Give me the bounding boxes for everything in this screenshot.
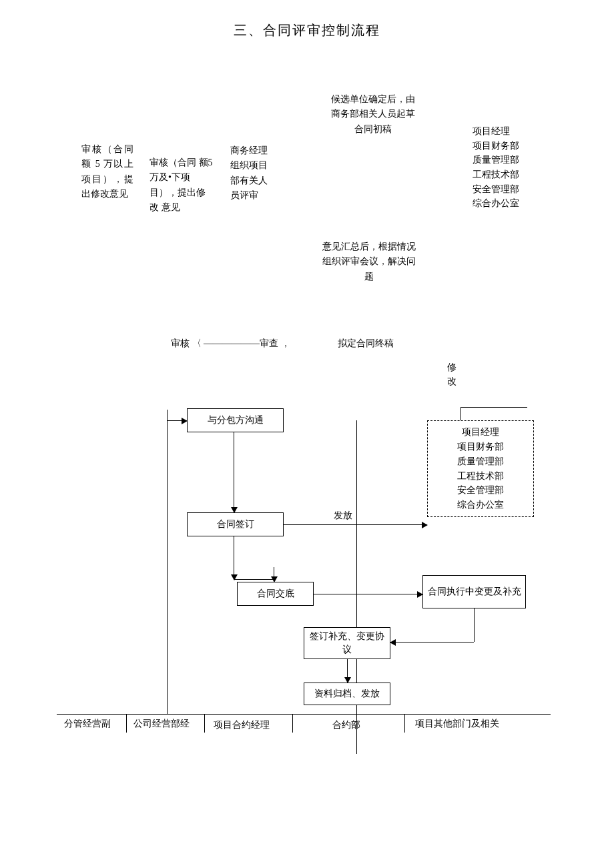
text-summary: 意见汇总后，根据情况组织评审会议，解决问题 xyxy=(322,240,416,284)
lane-label-2: 公司经营部经 xyxy=(133,718,190,730)
box-label: 资料归档、发放 xyxy=(314,687,380,701)
lane-label-4: 合约部 xyxy=(332,719,360,731)
arrow-to-communicate xyxy=(167,420,187,421)
box-label: 项目经理 项目财务部 质量管理部 工程技术部 安全管理部 综合办公室 xyxy=(457,425,504,512)
arrow-sign-down xyxy=(234,536,234,580)
dept-list-top: 项目经理 项目财务部 质量管理部 工程技术部 安全管理部 综合办公室 xyxy=(473,124,519,211)
text-final-draft: 拟定合同终稿 xyxy=(338,336,394,351)
box-contract-sign: 合同签订 xyxy=(187,512,284,536)
box-contract-brief: 合同交底 xyxy=(237,582,314,606)
guide-line-right-top xyxy=(460,407,461,420)
lane-label-1: 分管经营副 xyxy=(64,718,111,730)
arrow-into-brief xyxy=(274,567,274,582)
lane-sep-1 xyxy=(126,714,127,733)
text-review-check: 审核 〈 ——————审查 ， xyxy=(171,336,290,351)
box-communicate-subcontractor: 与分包方沟通 xyxy=(187,408,284,432)
lane-sep-4 xyxy=(404,714,405,733)
guide-line-left xyxy=(167,410,168,714)
text-candidate-confirm: 候选单位确定后，由商务部相关人员起草合同初稿 xyxy=(330,92,416,137)
arrow-brief-to-change xyxy=(314,594,422,594)
page-title: 三、合同评审控制流程 xyxy=(0,21,614,39)
text-review-below-5w: 审核（合同 额5 万及•下项目），提出修改 意见 xyxy=(149,155,213,215)
arrow-sign-to-dept xyxy=(284,524,427,525)
box-label: 合同签订 xyxy=(217,518,254,531)
lane-sep-2 xyxy=(204,714,205,733)
box-departments: 项目经理 项目财务部 质量管理部 工程技术部 安全管理部 综合办公室 xyxy=(427,420,534,517)
box-label: 合同执行中变更及补充 xyxy=(428,585,521,598)
line-sign-to-brief-h xyxy=(234,579,274,580)
line-change-down xyxy=(474,608,475,642)
box-label: 与分包方沟通 xyxy=(208,414,264,427)
lane-top-border xyxy=(57,714,551,715)
arrow-change-to-supplement xyxy=(390,642,474,642)
box-label: 签订补充、变更协议 xyxy=(307,630,387,656)
box-label: 合同交底 xyxy=(257,587,294,600)
box-archive: 资料归档、发放 xyxy=(304,683,390,705)
lane-label-5: 项目其他部门及相关 xyxy=(415,718,499,730)
lane-label-3: 项目合约经理 xyxy=(214,719,270,731)
text-business-manager: 商务经理组织项目部有关人员评审 xyxy=(230,143,270,203)
label-distribute: 发放 xyxy=(334,508,352,523)
arrow-supplement-to-archive xyxy=(347,659,348,683)
text-review-above-5w: 审核（合同额 5 万以上项目），提出修改意见 xyxy=(81,142,133,202)
box-sign-supplement: 签订补充、变更协议 xyxy=(304,627,390,659)
box-contract-change: 合同执行中变更及补充 xyxy=(422,575,526,608)
guide-line-right-top-h xyxy=(460,407,527,408)
arrow-communicate-to-sign xyxy=(234,432,234,512)
text-modify: 修 改 xyxy=(447,360,456,388)
lane-sep-3 xyxy=(292,714,293,733)
